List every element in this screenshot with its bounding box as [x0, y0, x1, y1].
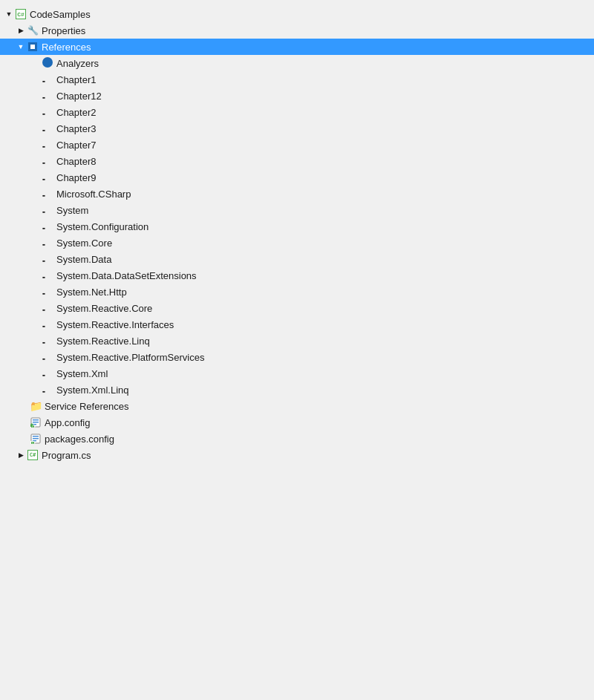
list-item[interactable]: System.Data: [0, 251, 594, 267]
item-label: Chapter1: [56, 74, 594, 85]
svg-text:C#: C#: [32, 441, 36, 444]
assembly-icon: [42, 237, 53, 249]
assembly-icon: [42, 171, 53, 183]
service-references-node[interactable]: 📁 Service References: [0, 398, 594, 414]
list-item[interactable]: System.Net.Http: [0, 284, 594, 300]
item-label: System.Reactive.Linq: [56, 336, 594, 347]
item-label: System.Core: [56, 238, 594, 249]
list-item[interactable]: Chapter1: [0, 71, 594, 88]
list-item[interactable]: Chapter8: [0, 153, 594, 169]
item-label: Chapter7: [56, 140, 594, 151]
assembly-icon: [42, 204, 53, 216]
app-config-node[interactable]: C# App.config: [0, 414, 594, 431]
list-item[interactable]: System.Data.DataSetExtensions: [0, 267, 594, 284]
item-label: Chapter12: [56, 91, 594, 102]
item-label: Chapter9: [56, 172, 594, 183]
references-node[interactable]: References: [0, 39, 594, 55]
item-label: System.Configuration: [56, 221, 594, 232]
config-icon: C#: [30, 416, 42, 428]
item-label: System.Reactive.Interfaces: [56, 319, 594, 330]
references-label: References: [42, 42, 594, 53]
analyzers-label: Analyzers: [56, 58, 594, 69]
assembly-icon: [42, 122, 53, 134]
svg-rect-2: [33, 422, 39, 423]
list-item[interactable]: Chapter7: [0, 137, 594, 153]
solution-explorer: C# CodeSamples 🔧 Properties References A…: [0, 0, 594, 700]
project-node[interactable]: C# CodeSamples: [0, 6, 594, 22]
references-expand-arrow[interactable]: [15, 41, 27, 53]
list-item[interactable]: System.Core: [0, 235, 594, 251]
assembly-icon: [42, 73, 53, 85]
list-item[interactable]: System.Xml: [0, 365, 594, 382]
cs-project-icon: C#: [15, 8, 27, 20]
properties-node[interactable]: 🔧 Properties: [0, 22, 594, 39]
service-references-label: Service References: [45, 401, 594, 412]
item-label: System.Data.DataSetExtensions: [56, 270, 594, 281]
assembly-icon: [42, 188, 53, 200]
item-label: Microsoft.CSharp: [56, 189, 594, 200]
list-item[interactable]: System.Xml.Linq: [0, 382, 594, 398]
svg-text:C#: C#: [32, 425, 36, 428]
assembly-icon: [42, 90, 53, 102]
list-item[interactable]: Chapter12: [0, 88, 594, 104]
item-label: Chapter8: [56, 156, 594, 167]
assembly-icon: [42, 286, 53, 298]
item-label: System.Data: [56, 254, 594, 265]
assembly-icon: [42, 269, 53, 281]
item-label: System.Net.Http: [56, 287, 594, 298]
program-cs-expand-arrow[interactable]: [15, 449, 27, 461]
project-expand-arrow[interactable]: [3, 8, 15, 20]
assembly-icon: [42, 384, 53, 396]
program-cs-label: Program.cs: [42, 450, 594, 461]
svg-rect-9: [33, 438, 39, 439]
project-label: CodeSamples: [30, 9, 594, 20]
assembly-icon: [42, 302, 53, 314]
assembly-icon: [42, 351, 53, 363]
assembly-icon: [42, 335, 53, 347]
assembly-icon: [42, 220, 53, 232]
item-label: Chapter2: [56, 107, 594, 118]
app-config-label: App.config: [45, 417, 594, 428]
references-icon: [27, 41, 39, 53]
assembly-icon: [42, 253, 53, 265]
svg-rect-1: [33, 419, 39, 421]
properties-label: Properties: [42, 25, 594, 36]
config-icon: C#: [30, 433, 42, 445]
list-item[interactable]: Chapter9: [0, 169, 594, 186]
packages-config-label: packages.config: [45, 434, 594, 445]
assembly-icon: [42, 139, 53, 151]
assembly-icon: [42, 367, 53, 379]
list-item[interactable]: System.Reactive.Interfaces: [0, 316, 594, 333]
list-item[interactable]: System.Reactive.Linq: [0, 333, 594, 349]
item-label: System: [56, 205, 594, 216]
properties-expand-arrow[interactable]: [15, 24, 27, 36]
list-item[interactable]: System.Configuration: [0, 218, 594, 235]
program-cs-node[interactable]: C# Program.cs: [0, 447, 594, 463]
cs-file-icon: C#: [27, 449, 39, 461]
item-label: Chapter3: [56, 123, 594, 134]
list-item[interactable]: System.Reactive.Core: [0, 300, 594, 316]
list-item[interactable]: Chapter3: [0, 120, 594, 137]
item-label: System.Reactive.Core: [56, 303, 594, 314]
analyzers-node[interactable]: Analyzers: [0, 55, 594, 71]
list-item[interactable]: Microsoft.CSharp: [0, 186, 594, 202]
folder-icon: 📁: [30, 400, 42, 412]
assembly-icon: [42, 318, 53, 330]
assembly-icon: [42, 155, 53, 167]
svg-rect-8: [33, 436, 39, 437]
item-label: System.Xml.Linq: [56, 385, 594, 396]
packages-config-node[interactable]: C# packages.config: [0, 431, 594, 447]
item-label: System.Xml: [56, 368, 594, 379]
list-item[interactable]: Chapter2: [0, 104, 594, 120]
list-item[interactable]: System.Reactive.PlatformServices: [0, 349, 594, 365]
assembly-icon: [42, 106, 53, 118]
properties-icon: 🔧: [27, 24, 39, 36]
item-label: System.Reactive.PlatformServices: [56, 352, 594, 363]
list-item[interactable]: System: [0, 202, 594, 218]
analyzers-icon: [42, 57, 53, 69]
